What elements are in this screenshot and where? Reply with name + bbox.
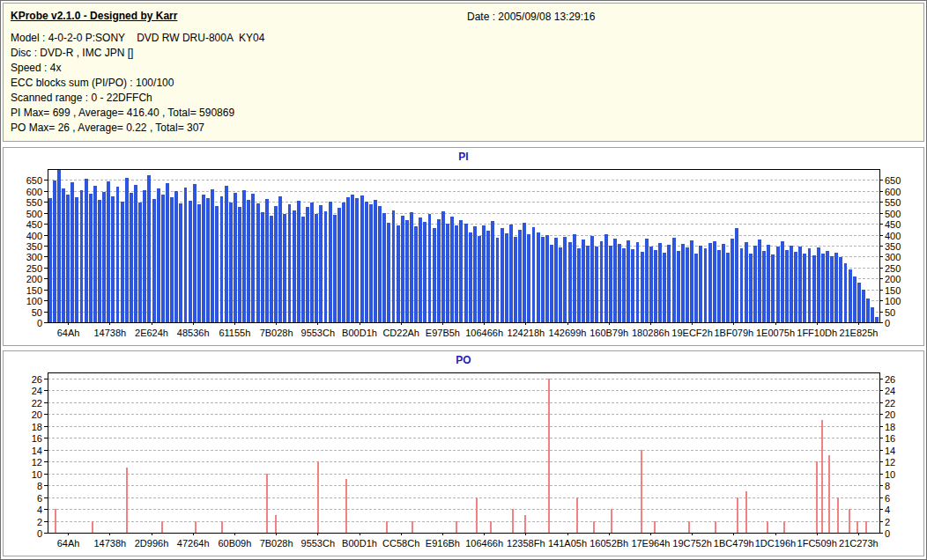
svg-text:CD22Ah: CD22Ah (382, 328, 419, 338)
pi-chart-title: PI (4, 148, 923, 164)
svg-text:150: 150 (26, 285, 42, 296)
svg-text:14738h: 14738h (93, 538, 126, 549)
svg-text:12: 12 (885, 457, 895, 468)
svg-text:150: 150 (885, 285, 901, 296)
svg-text:250: 250 (885, 263, 901, 274)
svg-text:8: 8 (37, 481, 42, 491)
svg-text:CC58Ch: CC58Ch (382, 538, 419, 549)
scan-info-line: Speed : 4x (11, 61, 916, 76)
svg-text:50: 50 (32, 307, 42, 318)
svg-text:100: 100 (885, 296, 901, 306)
svg-text:0: 0 (885, 318, 890, 328)
scan-info-line: ECC blocks sum (PI/PO) : 100/100 (11, 76, 916, 91)
svg-text:400: 400 (885, 231, 901, 241)
svg-text:200: 200 (885, 274, 901, 284)
svg-text:24: 24 (885, 386, 895, 396)
svg-text:16: 16 (32, 433, 42, 444)
svg-text:50: 50 (885, 307, 895, 318)
scan-info-panel: KProbe v2.1.0 - Designed by Karr Date : … (3, 3, 924, 142)
svg-text:2D996h: 2D996h (135, 538, 169, 549)
svg-text:B00D1h: B00D1h (342, 538, 377, 549)
svg-text:10: 10 (32, 469, 42, 480)
po-chart-title: PO (4, 351, 923, 367)
svg-text:550: 550 (26, 197, 42, 208)
po-chart-panel: PO 0022446688101012121414161618182020222… (3, 350, 924, 556)
svg-text:106466h: 106466h (465, 328, 503, 338)
svg-text:2E624h: 2E624h (135, 328, 168, 338)
svg-text:17E964h: 17E964h (631, 538, 670, 549)
svg-text:4: 4 (885, 505, 890, 515)
svg-text:1FF10Dh: 1FF10Dh (797, 328, 837, 338)
svg-text:10: 10 (885, 469, 895, 480)
svg-text:141A05h: 141A05h (548, 538, 587, 549)
svg-text:7B028h: 7B028h (260, 328, 293, 338)
svg-text:650: 650 (885, 175, 901, 186)
svg-text:1DC196h: 1DC196h (755, 538, 796, 549)
header-top-row: KProbe v2.1.0 - Designed by Karr Date : … (11, 10, 916, 26)
svg-text:12358Fh: 12358Fh (507, 538, 545, 549)
svg-text:19C752h: 19C752h (672, 538, 712, 549)
svg-text:142699h: 142699h (549, 328, 587, 338)
svg-text:7B028h: 7B028h (260, 538, 293, 549)
svg-text:1FC509h: 1FC509h (797, 538, 837, 549)
svg-text:22: 22 (885, 398, 895, 409)
svg-text:124218h: 124218h (507, 328, 545, 338)
svg-text:20: 20 (32, 409, 42, 420)
svg-text:E916Bh: E916Bh (426, 538, 460, 549)
svg-text:20: 20 (885, 409, 895, 420)
svg-text:160B79h: 160B79h (590, 328, 628, 338)
svg-text:18: 18 (32, 422, 42, 432)
svg-text:600: 600 (26, 187, 42, 197)
app-title: KProbe v2.1.0 - Designed by Karr (11, 10, 177, 22)
svg-text:350: 350 (26, 241, 42, 252)
svg-text:500: 500 (26, 209, 42, 219)
svg-text:14: 14 (32, 446, 42, 456)
svg-text:B00D1h: B00D1h (342, 328, 377, 338)
svg-text:180286h: 180286h (632, 328, 670, 338)
svg-text:300: 300 (26, 252, 42, 262)
scan-info-line: Scanned range : 0 - 22DFFCh (11, 91, 916, 106)
pi-chart-panel: PI 0050501001001501502002002502503003003… (3, 147, 924, 346)
svg-text:450: 450 (26, 219, 42, 230)
svg-text:47264h: 47264h (177, 538, 210, 549)
svg-text:350: 350 (885, 241, 901, 252)
svg-text:60B09h: 60B09h (218, 538, 251, 549)
svg-text:19ECF2h: 19ECF2h (671, 328, 712, 338)
scan-info-line: Model : 4-0-2-0 P:SONY DVD RW DRU-800A K… (11, 31, 916, 46)
svg-text:26: 26 (32, 374, 42, 385)
svg-text:8: 8 (885, 481, 890, 491)
svg-text:21C273h: 21C273h (839, 538, 879, 549)
svg-text:0: 0 (37, 528, 42, 539)
svg-text:14738h: 14738h (93, 328, 126, 338)
svg-text:21E825h: 21E825h (839, 328, 878, 338)
scan-info-line: PI Max= 699 , Average= 416.40 , Total= 5… (11, 106, 916, 121)
svg-text:24: 24 (32, 386, 42, 396)
svg-text:0: 0 (885, 528, 890, 539)
svg-text:16: 16 (885, 433, 895, 444)
scan-info-line: Disc : DVD-R , IMC JPN [] (11, 46, 916, 61)
svg-text:550: 550 (885, 197, 901, 208)
svg-text:1BF079h: 1BF079h (714, 328, 753, 338)
svg-text:2: 2 (885, 517, 890, 527)
svg-text:9553Ch: 9553Ch (301, 538, 336, 549)
kprobe-window: KProbe v2.1.0 - Designed by Karr Date : … (0, 0, 927, 560)
svg-text:6: 6 (885, 493, 890, 504)
svg-text:4: 4 (37, 505, 42, 515)
svg-text:12: 12 (32, 457, 42, 468)
svg-text:16052Bh: 16052Bh (590, 538, 628, 549)
svg-text:450: 450 (885, 219, 901, 230)
svg-text:200: 200 (26, 274, 42, 284)
svg-text:22: 22 (32, 398, 42, 409)
pi-chart: 0050501001001501502002002502503003003503… (4, 164, 923, 345)
svg-text:650: 650 (26, 175, 42, 186)
scan-date: Date : 2005/09/08 13:29:16 (467, 11, 595, 23)
svg-text:E97B5h: E97B5h (426, 328, 460, 338)
svg-text:26: 26 (885, 374, 895, 385)
scan-info-line: PO Max= 26 , Average= 0.22 , Total= 307 (11, 121, 916, 136)
svg-text:14: 14 (885, 446, 895, 456)
svg-text:1BC479h: 1BC479h (714, 538, 754, 549)
svg-text:400: 400 (26, 231, 42, 241)
po-chart: 0022446688101012121414161618182020222224… (4, 367, 923, 556)
svg-text:64Ah: 64Ah (57, 538, 80, 549)
svg-text:6: 6 (37, 493, 42, 504)
